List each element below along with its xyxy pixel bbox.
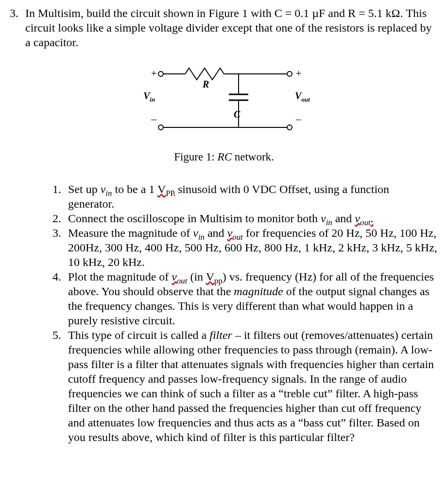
question-3: 3. In Multisim, build the circuit shown …	[10, 6, 438, 50]
step-text: This type of circuit is called a filter …	[68, 328, 438, 444]
step-text: Connect the oscilloscope in Multisim to …	[68, 211, 438, 226]
svg-point-0	[158, 71, 163, 76]
minus-right: –	[295, 113, 302, 125]
figure-caption-italic: RC	[218, 151, 232, 163]
sub-steps: 1. Set up vin to be a 1 VPP sinusoid wit…	[10, 182, 438, 444]
step-text: Plot the magnitude of vout (in Vpp) vs. …	[68, 269, 438, 328]
step-5: 5. This type of circuit is called a filt…	[44, 328, 438, 444]
vin-label: Vin	[143, 90, 155, 103]
question-number: 3.	[10, 6, 25, 50]
step-number: 4.	[44, 269, 68, 328]
svg-point-4	[158, 125, 163, 130]
plus-right: +	[296, 68, 301, 79]
figure-caption-prefix: Figure 1:	[174, 151, 217, 163]
step-number: 1.	[44, 182, 68, 211]
figure-caption: Figure 1: RC network.	[10, 150, 438, 164]
vout-label: Vout	[295, 90, 310, 103]
step-text: Measure the magnitude of vin and vout fo…	[68, 226, 438, 269]
step-3: 3. Measure the magnitude of vin and vout…	[44, 226, 438, 269]
step-number: 3.	[44, 226, 68, 269]
step-4: 4. Plot the magnitude of vout (in Vpp) v…	[44, 269, 438, 328]
minus-left: –	[151, 113, 157, 125]
svg-point-3	[287, 71, 292, 76]
capacitor-label: C	[234, 109, 241, 120]
figure-1: + + – – R C Vin Vout Figure 1: RC networ…	[10, 64, 438, 164]
svg-point-6	[287, 125, 292, 130]
step-number: 5.	[44, 328, 68, 444]
step-1: 1. Set up vin to be a 1 VPP sinusoid wit…	[44, 182, 438, 211]
resistor-label: R	[202, 79, 209, 89]
page: 3. In Multisim, build the circuit shown …	[0, 0, 448, 496]
step-number: 2.	[44, 211, 68, 226]
question-intro: In Multisim, build the circuit shown in …	[25, 6, 438, 50]
step-2: 2. Connect the oscilloscope in Multisim …	[44, 211, 438, 226]
rc-network-diagram: + + – – R C Vin Vout	[132, 64, 316, 142]
figure-caption-suffix: network.	[232, 151, 274, 163]
plus-left: +	[151, 68, 156, 79]
step-text: Set up vin to be a 1 VPP sinusoid with 0…	[68, 182, 438, 211]
